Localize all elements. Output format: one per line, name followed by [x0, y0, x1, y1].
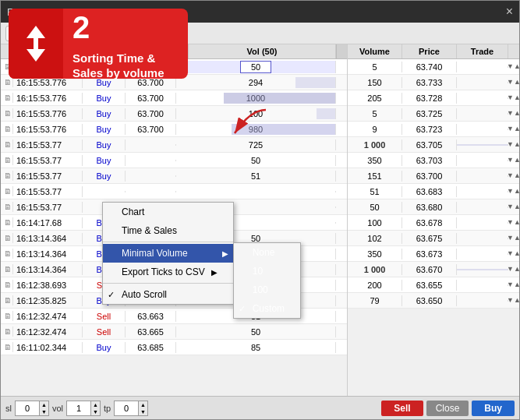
context-menu: Chart Time & Sales Minimal Volume ▶ None… — [102, 202, 234, 305]
sub-10[interactable]: 10 — [234, 262, 300, 281]
right-row: 100 63.678 ▼▲ — [348, 215, 519, 231]
ctx-export-label: Export Ticks to CSV — [122, 266, 205, 277]
row-arrow-button[interactable]: ▼▲ — [507, 94, 519, 101]
right-rows: 5 63.740 ▼▲ 150 63.733 ▼▲ 205 63.728 ▼▲ — [348, 59, 519, 396]
tp-spinbox[interactable]: ▲ ▼ — [114, 401, 148, 416]
main-content: Time Type Price Vol (50) 🗎 16:16:03.784 … — [1, 44, 519, 396]
sub-custom[interactable]: ✓ Custom — [234, 299, 300, 318]
table-row[interactable]: 🗎 16:11:02.344 Buy 63.685 85 — [1, 340, 347, 355]
sl-down-button[interactable]: ▼ — [40, 408, 48, 415]
annotation-line2: Sales by volume — [73, 65, 164, 81]
right-col-trade: Trade — [457, 44, 508, 58]
sl-spinbox[interactable]: ▲ ▼ — [15, 401, 49, 416]
sub-custom-label: Custom — [253, 303, 285, 314]
right-row: 200 63.655 ▼▲ — [348, 277, 519, 293]
ctx-minimal-volume[interactable]: Minimal Volume ▶ None 10 100 ✓ Custom — [103, 244, 233, 263]
sub-10-label: 10 — [253, 266, 263, 277]
table-row[interactable]: 🗎 16:15:53.77 — [1, 184, 347, 199]
main-window: RUB × ⊕ ⊖ Time Type Price Vol (50) — [0, 0, 520, 420]
svg-marker-2 — [27, 49, 45, 62]
table-row[interactable]: 🗎 16:15:53.776 Buy 63.700 100 — [1, 106, 347, 122]
right-row: 51 63.683 ▼▲ — [348, 184, 519, 199]
annotation-text-area: 2 Sorting Time & Sales by volume — [63, 1, 174, 87]
row-arrow-button[interactable]: ▼▲ — [507, 281, 519, 288]
right-row: 102 63.675 ▼▲ — [348, 231, 519, 246]
row-arrow-button[interactable]: ▼▲ — [507, 141, 519, 148]
close-trade-button[interactable]: Close — [426, 401, 469, 416]
table-row[interactable]: 🗎 16:15:53.77 Buy 725 — [1, 137, 347, 153]
ctx-time-sales[interactable]: Time & Sales — [103, 221, 233, 240]
ctx-auto-scroll[interactable]: ✓ Auto Scroll — [103, 285, 233, 304]
ctx-time-sales-label: Time & Sales — [122, 225, 177, 236]
table-row[interactable]: 🗎 16:15:53.77 Buy 50 — [1, 153, 347, 168]
svg-rect-3 — [34, 38, 38, 49]
right-row: 5 63.725 ▼▲ — [348, 106, 519, 122]
right-row: 1 000 63.670 ▼▲ — [348, 262, 519, 277]
ctx-chart-label: Chart — [122, 206, 144, 217]
sub-none-label: None — [253, 247, 275, 258]
row-arrow-button[interactable]: ▼▲ — [507, 110, 519, 117]
submenu: None 10 100 ✓ Custom — [233, 242, 301, 319]
right-row: 9 63.723 ▼▲ — [348, 122, 519, 137]
sub-none[interactable]: None — [234, 243, 300, 262]
annotation-line1: Sorting Time & — [73, 51, 164, 66]
right-row: 150 63.733 ▼▲ — [348, 75, 519, 90]
row-arrow-button[interactable]: ▼▲ — [507, 297, 519, 304]
table-row[interactable]: 🗎 16:12:32.474 Sell 63.665 50 — [1, 324, 347, 340]
row-arrow-button[interactable]: ▼▲ — [507, 79, 519, 86]
ctx-chart[interactable]: Chart — [103, 203, 233, 221]
row-arrow-button[interactable]: ▼▲ — [507, 157, 519, 164]
ctx-minimal-volume-label: Minimal Volume — [122, 248, 188, 259]
table-row[interactable]: 🗎 16:15:53.77 Buy 51 — [1, 168, 347, 184]
svg-marker-0 — [27, 26, 45, 38]
ctx-export[interactable]: Export Ticks to CSV ▶ — [103, 263, 233, 281]
sub-100[interactable]: 100 — [234, 281, 300, 299]
right-panel: Volume Price Trade 5 63.740 ▼▲ 150 63.73… — [348, 44, 519, 396]
ctx-arrow-icon: ▶ — [222, 249, 228, 258]
annotation-box: 2 Sorting Time & Sales by volume — [9, 9, 188, 79]
buy-button[interactable]: Buy — [472, 401, 515, 416]
row-arrow-button[interactable]: ▼▲ — [507, 203, 519, 210]
annotation-icon-area — [9, 9, 63, 79]
right-panel-header: Volume Price Trade — [348, 44, 519, 59]
right-row: 350 63.673 ▼▲ — [348, 246, 519, 262]
ctx-export-arrow-icon: ▶ — [211, 268, 218, 277]
tp-input[interactable] — [115, 401, 138, 415]
vol-label: vol — [52, 404, 63, 413]
right-row: 50 63.680 ▼▲ — [348, 199, 519, 215]
right-col-volume: Volume — [348, 44, 402, 58]
ctx-auto-scroll-label: Auto Scroll — [122, 289, 167, 300]
vol-down-button[interactable]: ▼ — [91, 408, 100, 415]
vol-spinbox[interactable]: ▲ ▼ — [66, 401, 101, 416]
right-row: 1 000 63.705 ▼▲ — [348, 137, 519, 153]
tp-up-button[interactable]: ▲ — [139, 401, 147, 408]
check-icon: ✓ — [239, 304, 246, 314]
close-window-button[interactable]: × — [506, 5, 513, 18]
sl-input[interactable] — [16, 401, 39, 415]
row-arrow-button[interactable]: ▼▲ — [507, 125, 519, 132]
bottom-bar: sl ▲ ▼ vol ▲ ▼ tp ▲ ▼ Sell Close B — [1, 396, 519, 419]
vol-up-button[interactable]: ▲ — [91, 401, 100, 408]
sub-100-label: 100 — [253, 284, 268, 295]
vol-input[interactable] — [240, 61, 271, 73]
row-arrow-button[interactable]: ▼▲ — [507, 172, 519, 179]
row-arrow-button[interactable]: ▼▲ — [507, 250, 519, 257]
sl-label: sl — [5, 404, 12, 413]
right-row: 5 63.740 ▼▲ — [348, 59, 519, 75]
table-row[interactable]: 🗎 16:15:53.776 Buy 63.700 1000 — [1, 90, 347, 106]
right-col-price: Price — [402, 44, 457, 58]
row-arrow-button[interactable]: ▼▲ — [507, 235, 519, 242]
vol-input-bottom[interactable] — [67, 401, 90, 415]
row-arrow-button[interactable]: ▼▲ — [507, 63, 519, 70]
tp-down-button[interactable]: ▼ — [139, 408, 147, 415]
table-row[interactable]: 🗎 16:15:53.776 Buy 63.700 980 — [1, 122, 347, 137]
cell-vol — [176, 61, 336, 73]
sell-button[interactable]: Sell — [381, 401, 423, 416]
tp-label: tp — [104, 404, 111, 413]
row-arrow-button[interactable]: ▼▲ — [507, 266, 519, 273]
row-arrow-button[interactable]: ▼▲ — [507, 219, 519, 226]
sl-up-button[interactable]: ▲ — [40, 401, 48, 408]
ctx-separator — [103, 242, 233, 242]
row-arrow-button[interactable]: ▼▲ — [507, 188, 519, 195]
ctx-separator-2 — [103, 283, 233, 284]
